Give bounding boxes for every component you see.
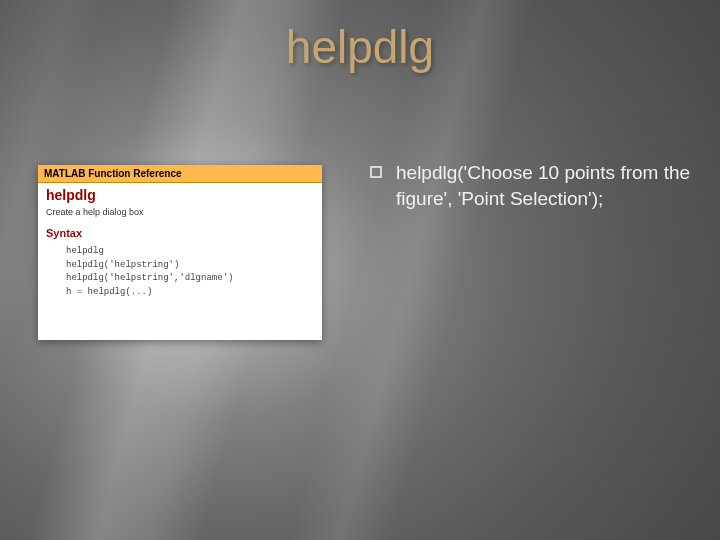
syntax-line: helpdlg('helpstring','dlgname') bbox=[66, 272, 314, 286]
bullet-item: helpdlg('Choose 10 points from the figur… bbox=[370, 160, 700, 211]
syntax-line: helpdlg('helpstring') bbox=[66, 259, 314, 273]
doc-header: MATLAB Function Reference bbox=[38, 165, 322, 183]
bullet-list: helpdlg('Choose 10 points from the figur… bbox=[370, 160, 700, 211]
doc-description: Create a help dialog box bbox=[38, 205, 322, 225]
bullet-text: helpdlg('Choose 10 points from the figur… bbox=[396, 160, 700, 211]
syntax-line: h = helpdlg(...) bbox=[66, 286, 314, 300]
square-bullet-icon bbox=[370, 166, 382, 178]
slide-background: helpdlg MATLAB Function Reference helpdl… bbox=[0, 0, 720, 540]
doc-syntax-block: helpdlg helpdlg('helpstring') helpdlg('h… bbox=[38, 243, 322, 303]
doc-section-syntax: Syntax bbox=[38, 225, 322, 243]
documentation-panel: MATLAB Function Reference helpdlg Create… bbox=[38, 165, 322, 340]
syntax-line: helpdlg bbox=[66, 245, 314, 259]
slide-title: helpdlg bbox=[286, 20, 434, 74]
doc-function-name: helpdlg bbox=[38, 183, 322, 205]
